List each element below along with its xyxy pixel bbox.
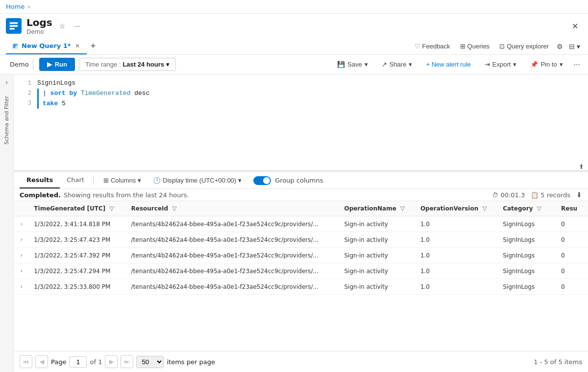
cell-time: 1/3/2022, 3:25:33.800 PM	[29, 279, 126, 295]
save-chevron-icon: ▾	[365, 61, 368, 68]
last-page-button[interactable]: ⏭	[121, 355, 133, 368]
time-range-button[interactable]: Time range : Last 24 hours ▾	[79, 58, 176, 71]
tab-separator	[93, 177, 94, 185]
cell-category: SignInLogs	[498, 279, 556, 295]
export-button[interactable]: ⇥ Export ▾	[480, 58, 522, 70]
cell-result: 0	[556, 216, 588, 232]
row-expand-button[interactable]: ›	[19, 267, 24, 275]
row-expand-cell: ›	[14, 232, 29, 248]
kw-bar	[37, 99, 39, 109]
expand-results-button[interactable]: ⬇	[576, 191, 582, 199]
version-filter-icon[interactable]: ▽	[482, 205, 487, 212]
timer-icon: ⏱	[492, 191, 498, 199]
row-expand-cell: ›	[14, 216, 29, 232]
prev-page-button[interactable]: ◀	[35, 355, 48, 368]
cell-result: 0	[556, 232, 588, 248]
data-table: TimeGenerated [UTC] ▽ ResourceId ▽ Opera…	[14, 201, 588, 295]
tab-chart[interactable]: Chart	[60, 172, 91, 188]
pin-chevron-icon: ▾	[560, 61, 563, 68]
collapse-editor-button[interactable]: ⬆	[579, 163, 584, 170]
content-row: › Schema and Filter 1 SigninLogs 2 | s	[0, 74, 588, 372]
per-page-select[interactable]: 50 100 200	[136, 356, 164, 368]
main-content: 1 SigninLogs 2 | sort by TimeGenerated d…	[14, 74, 588, 372]
breadcrumb-home[interactable]: Home	[6, 3, 24, 10]
cell-category: SignInLogs	[498, 263, 556, 279]
timer-badge: ⏱ 00:01.3	[492, 191, 525, 199]
share-button[interactable]: ↗ Share ▾	[377, 58, 417, 70]
cell-version: 1.0	[416, 232, 498, 248]
cell-version: 1.0	[416, 216, 498, 232]
next-page-button[interactable]: ▶	[105, 355, 118, 368]
columns-icon: ⊞	[103, 177, 109, 184]
cell-category: SignInLogs	[498, 248, 556, 263]
operation-filter-icon[interactable]: ▽	[400, 205, 405, 212]
tab-label: New Query 1*	[22, 42, 71, 49]
new-tab-button[interactable]: +	[87, 39, 100, 53]
new-alert-button[interactable]: + New alert rule	[421, 58, 475, 70]
heart-icon: ♡	[415, 43, 420, 50]
more-options-button[interactable]: ···	[73, 20, 82, 32]
cell-operation: Sign-in activity	[339, 248, 415, 263]
save-button[interactable]: 💾 Save ▾	[332, 58, 373, 70]
share-icon: ↗	[382, 61, 387, 68]
records-badge: 📋 5 records	[531, 191, 570, 199]
row-expand-cell: ›	[14, 279, 29, 295]
cell-resource: /tenants/4b2462a4-bbee-495a-a0e1-f23ae52…	[126, 263, 340, 279]
view-options-button[interactable]: ⊟ ▾	[567, 41, 582, 52]
resource-filter-icon[interactable]: ▽	[172, 205, 176, 212]
category-filter-icon[interactable]: ▽	[537, 205, 541, 212]
row-expand-cell: ›	[14, 263, 29, 279]
logs-icon	[9, 21, 19, 31]
drag-dots: · · ·	[294, 170, 309, 173]
tab-new-query-1[interactable]: New Query 1* ✕	[6, 38, 87, 54]
th-operation: OperationName ▽	[339, 201, 415, 216]
status-completed: Completed.	[20, 191, 61, 199]
svg-rect-4	[13, 44, 18, 45]
tab-close-button[interactable]: ✕	[74, 43, 81, 49]
page-label: Page	[51, 358, 66, 366]
query-explorer-button[interactable]: ⊡ Query explorer	[495, 41, 553, 52]
tab-bar: New Query 1* ✕ + ♡ Feedback ⊞ Queries ⊡ …	[0, 38, 588, 55]
cell-time: 1/3/2022, 3:25:47.392 PM	[29, 248, 126, 263]
first-page-button[interactable]: ⏮	[20, 355, 32, 368]
svg-rect-6	[13, 46, 15, 47]
feedback-button[interactable]: ♡ Feedback	[411, 41, 454, 52]
close-button[interactable]: ✕	[570, 20, 580, 33]
pipe-bar	[37, 89, 39, 99]
editor-content[interactable]: 1 SigninLogs 2 | sort by TimeGenerated d…	[14, 74, 588, 113]
code-signinlogs: SigninLogs	[37, 78, 75, 89]
cell-time: 1/3/2022, 3:25:47.294 PM	[29, 263, 126, 279]
row-expand-button[interactable]: ›	[19, 283, 24, 290]
row-expand-button[interactable]: ›	[19, 252, 24, 259]
clock-icon: 🕐	[153, 177, 161, 184]
cell-operation: Sign-in activity	[339, 279, 415, 295]
schema-filter-label: Schema and Filter	[3, 96, 10, 144]
row-expand-button[interactable]: ›	[19, 220, 24, 228]
display-time-button[interactable]: 🕐 Display time (UTC+00:00) ▾	[149, 175, 245, 186]
svg-rect-0	[10, 23, 18, 24]
table-header: TimeGenerated [UTC] ▽ ResourceId ▽ Opera…	[14, 201, 588, 216]
time-range-label: Time range :	[85, 61, 121, 68]
toolbar-more-button[interactable]: ···	[572, 58, 582, 71]
tab-results[interactable]: Results	[20, 172, 60, 188]
breadcrumb-separator: ›	[27, 3, 30, 10]
run-button[interactable]: ▶ Run	[39, 58, 75, 71]
page-input[interactable]	[69, 356, 87, 368]
queries-button[interactable]: ⊞ Queries	[456, 41, 494, 52]
row-expand-button[interactable]: ›	[19, 236, 24, 243]
drag-handle[interactable]: · · ·	[14, 170, 588, 172]
time-filter-icon[interactable]: ▽	[110, 205, 114, 212]
toggle-switch[interactable]	[253, 176, 271, 185]
columns-button[interactable]: ⊞ Columns ▾	[99, 175, 145, 186]
group-columns-toggle[interactable]: Group columns	[253, 176, 323, 185]
sidebar-collapse[interactable]: › Schema and Filter	[0, 74, 14, 372]
svg-rect-1	[10, 25, 18, 26]
settings-button[interactable]: ⚙	[555, 41, 565, 52]
columns-chevron-icon: ▾	[138, 177, 141, 184]
pin-to-button[interactable]: 📌 Pin to ▾	[525, 58, 567, 70]
line-number-2: 2	[18, 89, 31, 98]
favorite-button[interactable]: ☆	[57, 20, 68, 32]
chevron-down-icon: ▾	[166, 61, 170, 68]
th-resource: ResourceId ▽	[126, 201, 340, 216]
breadcrumb: Home ›	[0, 0, 588, 14]
